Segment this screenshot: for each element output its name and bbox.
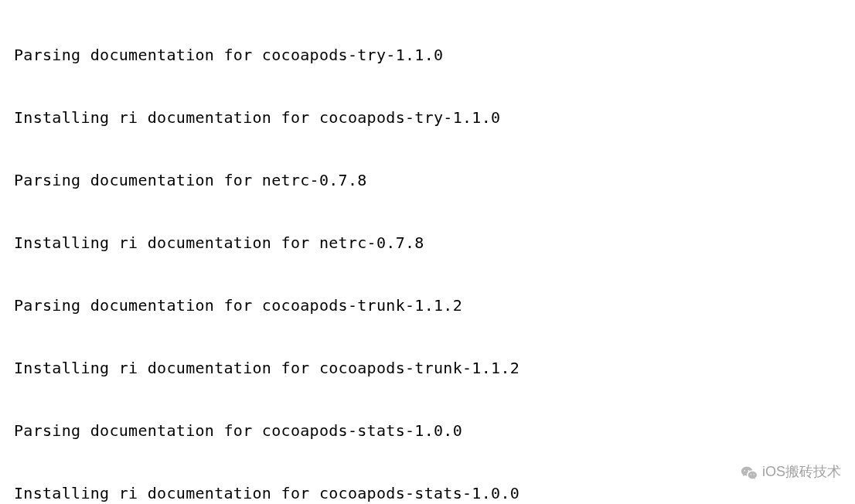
terminal-line: Installing ri documentation for cocoapod… (14, 107, 841, 128)
terminal-line: Parsing documentation for cocoapods-try-… (14, 45, 841, 66)
terminal-line: Installing ri documentation for cocoapod… (14, 358, 841, 379)
wechat-icon (741, 465, 758, 479)
terminal-line: Parsing documentation for cocoapods-trun… (14, 295, 841, 316)
terminal-line: Installing ri documentation for netrc-0.… (14, 233, 841, 254)
watermark: iOS搬砖技术 (741, 461, 841, 482)
terminal-line: Parsing documentation for netrc-0.7.8 (14, 170, 841, 191)
terminal-output[interactable]: Parsing documentation for cocoapods-try-… (14, 3, 841, 504)
terminal-line: Installing ri documentation for cocoapod… (14, 483, 841, 504)
terminal-line: Parsing documentation for cocoapods-stat… (14, 421, 841, 441)
watermark-text: iOS搬砖技术 (762, 461, 841, 482)
